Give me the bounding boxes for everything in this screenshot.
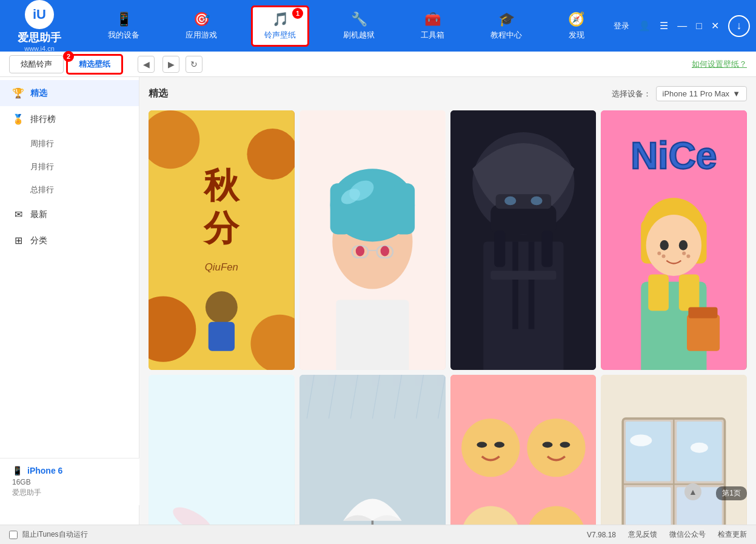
minus-icon[interactable]: — <box>677 21 687 32</box>
ranking-icon: 🏅 <box>12 113 24 125</box>
footer: 阻止iTunes自动运行 V7.98.18 意见反馈 微信公众号 检查更新 <box>0 525 756 544</box>
device-dropdown[interactable]: iPhone 11 Pro Max ▼ <box>656 86 747 101</box>
nav-flash-jailbreak[interactable]: 🔧 刷机越狱 <box>331 7 387 45</box>
up-arrow-icon: ▲ <box>689 487 697 497</box>
svg-point-20 <box>355 246 364 257</box>
svg-rect-31 <box>528 241 534 329</box>
svg-rect-52 <box>149 375 294 525</box>
content-wrapper: 精选 选择设备： iPhone 11 Pro Max ▼ <box>139 77 756 525</box>
wallpaper-item[interactable]: NiCe <box>601 110 747 370</box>
wallpaper-preview <box>299 375 446 525</box>
svg-point-41 <box>660 240 669 250</box>
sidebar-item-category[interactable]: ⊞ 分类 <box>0 227 139 254</box>
wallpaper-item[interactable] <box>299 110 446 370</box>
wallpaper-tab-button[interactable]: 2 精选壁纸 <box>67 55 122 74</box>
sidebar-item-total[interactable]: 总排行 <box>0 178 139 201</box>
wallpaper-item[interactable] <box>450 110 597 370</box>
selected-device: iPhone 11 Pro Max <box>663 89 730 98</box>
login-button[interactable]: 登录 <box>614 21 629 32</box>
svg-rect-48 <box>649 275 669 311</box>
nav-tutorial[interactable]: 🎓 教程中心 <box>478 7 534 45</box>
wallpaper-preview <box>450 375 597 525</box>
sidebar-item-weekly[interactable]: 周排行 <box>0 132 139 155</box>
logo-icon: iU <box>25 0 54 29</box>
update-link[interactable]: 检查更新 <box>718 529 747 540</box>
nav-apps-games[interactable]: 🎯 应用游戏 <box>173 7 229 45</box>
sidebar-featured-label: 精选 <box>30 88 47 99</box>
forward-button[interactable]: ▶ <box>162 56 179 73</box>
sidebar-category-label: 分类 <box>30 235 47 246</box>
app-url: www.i4.cn <box>24 45 55 52</box>
device-select-label: 选择设备： <box>612 89 651 99</box>
svg-point-8 <box>206 291 238 323</box>
svg-point-21 <box>380 246 389 257</box>
device-name: 📱 iPhone 6 <box>12 466 127 475</box>
download-button[interactable]: ↓ <box>728 15 750 37</box>
device-info: 📱 iPhone 6 16GB 爱思助手 <box>0 458 139 505</box>
nav-toolbox[interactable]: 🧰 工具箱 <box>409 7 457 45</box>
main-area: 🏆 精选 🏅 排行榜 周排行 月排行 总排行 ✉ 最新 ⊞ 分类 📱 iPh <box>0 77 756 525</box>
back-button[interactable]: ◀ <box>138 56 155 73</box>
user-icon: 👤 <box>638 20 651 32</box>
sidebar-weekly-label: 周排行 <box>30 139 54 148</box>
wallpaper-item[interactable] <box>601 375 747 525</box>
nav-my-device[interactable]: 📱 我的设备 <box>96 7 152 45</box>
version-text: V7.98.18 <box>587 531 616 539</box>
sidebar-item-monthly[interactable]: 月排行 <box>0 155 139 178</box>
device-app: 爱思助手 <box>12 488 127 498</box>
svg-point-43 <box>658 252 661 255</box>
wallpaper-preview: NiCe <box>601 110 747 370</box>
wallpaper-item[interactable]: 秋 分 QiuFen <box>149 110 295 370</box>
wallpaper-preview <box>601 375 747 525</box>
logo-area: iU 爱思助手 www.i4.cn <box>6 0 73 52</box>
wallpaper-item[interactable] <box>149 375 295 525</box>
wallpaper-preview <box>299 110 446 370</box>
nav-flash-label: 刷机越狱 <box>343 30 375 41</box>
svg-rect-32 <box>494 230 505 267</box>
top-bar: iU 爱思助手 www.i4.cn 📱 我的设备 🎯 应用游戏 1 🎵 铃声壁纸… <box>0 0 756 52</box>
sidebar-item-featured[interactable]: 🏆 精选 <box>0 80 139 106</box>
music-icon: 🎵 <box>272 12 289 27</box>
top-right-area: 登录 👤 ☰ — □ ✕ ↓ <box>614 15 750 37</box>
svg-point-77 <box>542 442 552 448</box>
device-storage: 16GB <box>12 478 127 486</box>
svg-point-40 <box>646 215 701 276</box>
close-icon[interactable]: ✕ <box>711 20 719 32</box>
featured-icon: 🏆 <box>12 87 24 99</box>
svg-text:NiCe: NiCe <box>631 134 717 176</box>
sidebar-total-label: 总排行 <box>30 185 54 194</box>
wallpaper-item[interactable] <box>299 375 446 525</box>
apps-icon: 🎯 <box>193 12 210 27</box>
svg-rect-51 <box>689 307 718 318</box>
phone-device-icon: 📱 <box>12 466 22 475</box>
nav-my-device-label: 我的设备 <box>108 30 139 41</box>
feedback-link[interactable]: 意见反馈 <box>628 529 657 540</box>
nav-discover[interactable]: 🧭 发现 <box>556 7 597 45</box>
svg-rect-95 <box>626 487 671 525</box>
wallpaper-preview: 秋 分 QiuFen <box>149 110 295 370</box>
scroll-up-button[interactable]: ▲ <box>684 483 701 500</box>
svg-rect-49 <box>679 275 700 311</box>
sidebar-item-latest[interactable]: ✉ 最新 <box>0 201 139 227</box>
ringtone-tab-button[interactable]: 炫酷铃声 <box>9 55 64 73</box>
nav-discover-label: 发现 <box>569 30 584 41</box>
svg-text:秋: 秋 <box>203 167 241 205</box>
menu-icon: ☰ <box>660 20 668 32</box>
content-header: 精选 选择设备： iPhone 11 Pro Max ▼ <box>149 86 747 101</box>
refresh-button[interactable]: ↻ <box>186 56 202 73</box>
wechat-link[interactable]: 微信公众号 <box>669 529 706 540</box>
wallpaper-item[interactable] <box>450 375 597 525</box>
svg-point-44 <box>662 254 666 258</box>
content-title: 精选 <box>149 87 168 100</box>
svg-rect-33 <box>541 230 552 267</box>
nav-ringtone-wallpaper[interactable]: 1 🎵 铃声壁纸 <box>251 5 309 47</box>
sidebar-item-ranking[interactable]: 🏅 排行榜 <box>0 106 139 132</box>
maximize-icon[interactable]: □ <box>696 21 702 32</box>
svg-point-76 <box>527 418 585 477</box>
svg-point-78 <box>560 442 570 448</box>
svg-point-74 <box>477 442 487 448</box>
help-link[interactable]: 如何设置壁纸？ <box>692 59 747 70</box>
wallpaper-badge: 2 <box>63 51 74 62</box>
itunes-checkbox[interactable] <box>9 531 18 539</box>
nav-apps-label: 应用游戏 <box>186 30 217 41</box>
